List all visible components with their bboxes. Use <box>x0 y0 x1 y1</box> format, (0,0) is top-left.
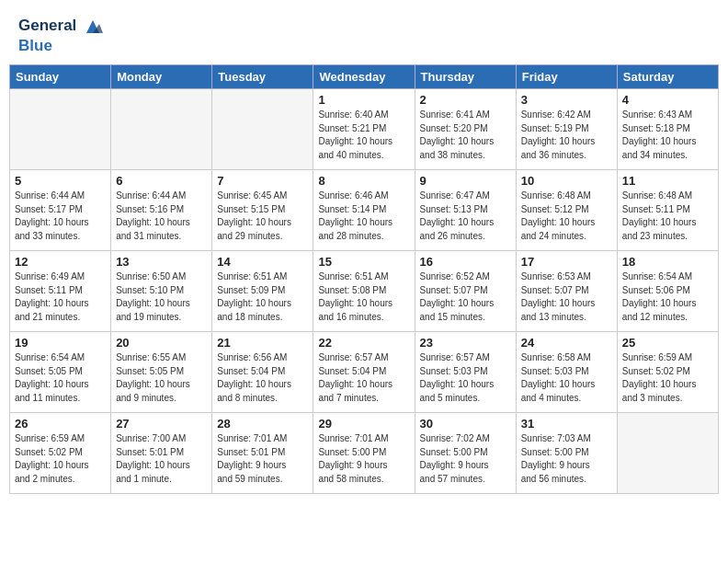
day-info: Sunrise: 6:51 AM Sunset: 5:08 PM Dayligh… <box>318 270 409 324</box>
day-cell: 1Sunrise: 6:40 AM Sunset: 5:21 PM Daylig… <box>313 89 415 170</box>
day-number: 30 <box>420 417 511 431</box>
day-cell: 15Sunrise: 6:51 AM Sunset: 5:08 PM Dayli… <box>313 251 415 332</box>
day-info: Sunrise: 7:03 AM Sunset: 5:00 PM Dayligh… <box>521 432 612 486</box>
day-cell: 28Sunrise: 7:01 AM Sunset: 5:01 PM Dayli… <box>212 413 313 494</box>
day-cell <box>10 89 111 170</box>
weekday-header-friday: Friday <box>516 65 617 89</box>
day-info: Sunrise: 6:57 AM Sunset: 5:03 PM Dayligh… <box>420 351 511 405</box>
day-cell: 17Sunrise: 6:53 AM Sunset: 5:07 PM Dayli… <box>516 251 617 332</box>
day-number: 29 <box>318 417 409 431</box>
day-number: 20 <box>116 336 207 350</box>
day-cell <box>617 413 718 494</box>
day-info: Sunrise: 6:59 AM Sunset: 5:02 PM Dayligh… <box>15 432 106 486</box>
day-number: 13 <box>116 255 207 269</box>
weekday-header-thursday: Thursday <box>415 65 516 89</box>
day-cell: 9Sunrise: 6:47 AM Sunset: 5:13 PM Daylig… <box>415 170 516 251</box>
day-info: Sunrise: 6:44 AM Sunset: 5:17 PM Dayligh… <box>15 190 106 243</box>
day-info: Sunrise: 7:01 AM Sunset: 5:00 PM Dayligh… <box>318 432 409 486</box>
day-number: 24 <box>521 336 612 350</box>
day-cell: 30Sunrise: 7:02 AM Sunset: 5:00 PM Dayli… <box>415 413 516 494</box>
day-number: 23 <box>420 336 511 350</box>
day-number: 11 <box>622 174 713 188</box>
day-info: Sunrise: 6:54 AM Sunset: 5:06 PM Dayligh… <box>622 270 713 324</box>
day-info: Sunrise: 6:52 AM Sunset: 5:07 PM Dayligh… <box>420 270 511 324</box>
day-cell: 13Sunrise: 6:50 AM Sunset: 5:10 PM Dayli… <box>111 251 212 332</box>
logo-icon <box>83 17 103 37</box>
weekday-header-saturday: Saturday <box>617 65 718 89</box>
day-info: Sunrise: 6:48 AM Sunset: 5:12 PM Dayligh… <box>521 190 612 243</box>
day-cell: 31Sunrise: 7:03 AM Sunset: 5:00 PM Dayli… <box>516 413 617 494</box>
day-info: Sunrise: 6:59 AM Sunset: 5:02 PM Dayligh… <box>622 351 713 405</box>
day-cell: 12Sunrise: 6:49 AM Sunset: 5:11 PM Dayli… <box>10 251 111 332</box>
day-number: 4 <box>622 93 713 107</box>
calendar-table: SundayMondayTuesdayWednesdayThursdayFrid… <box>9 64 719 494</box>
day-number: 18 <box>622 255 713 269</box>
day-number: 28 <box>217 417 308 431</box>
weekday-header-wednesday: Wednesday <box>313 65 415 89</box>
day-cell: 5Sunrise: 6:44 AM Sunset: 5:17 PM Daylig… <box>10 170 111 251</box>
day-cell: 25Sunrise: 6:59 AM Sunset: 5:02 PM Dayli… <box>617 332 718 413</box>
day-number: 3 <box>521 93 612 107</box>
day-info: Sunrise: 6:48 AM Sunset: 5:11 PM Dayligh… <box>622 190 713 243</box>
day-info: Sunrise: 6:43 AM Sunset: 5:18 PM Dayligh… <box>622 109 713 162</box>
day-info: Sunrise: 6:45 AM Sunset: 5:15 PM Dayligh… <box>217 190 308 243</box>
day-cell: 11Sunrise: 6:48 AM Sunset: 5:11 PM Dayli… <box>617 170 718 251</box>
day-info: Sunrise: 6:47 AM Sunset: 5:13 PM Dayligh… <box>420 190 511 243</box>
day-number: 5 <box>15 174 106 188</box>
weekday-header-row: SundayMondayTuesdayWednesdayThursdayFrid… <box>10 65 719 89</box>
day-cell: 21Sunrise: 6:56 AM Sunset: 5:04 PM Dayli… <box>212 332 313 413</box>
day-info: Sunrise: 6:55 AM Sunset: 5:05 PM Dayligh… <box>116 351 207 405</box>
week-row-5: 26Sunrise: 6:59 AM Sunset: 5:02 PM Dayli… <box>10 413 719 494</box>
day-cell: 14Sunrise: 6:51 AM Sunset: 5:09 PM Dayli… <box>212 251 313 332</box>
day-number: 22 <box>318 336 409 350</box>
day-cell: 8Sunrise: 6:46 AM Sunset: 5:14 PM Daylig… <box>313 170 415 251</box>
week-row-2: 5Sunrise: 6:44 AM Sunset: 5:17 PM Daylig… <box>10 170 719 251</box>
day-number: 14 <box>217 255 308 269</box>
day-cell: 4Sunrise: 6:43 AM Sunset: 5:18 PM Daylig… <box>617 89 718 170</box>
logo: General Blue <box>18 17 103 55</box>
day-info: Sunrise: 6:56 AM Sunset: 5:04 PM Dayligh… <box>217 351 308 405</box>
weekday-header-tuesday: Tuesday <box>212 65 313 89</box>
day-info: Sunrise: 6:53 AM Sunset: 5:07 PM Dayligh… <box>521 270 612 324</box>
day-info: Sunrise: 6:46 AM Sunset: 5:14 PM Dayligh… <box>318 190 409 243</box>
day-info: Sunrise: 6:42 AM Sunset: 5:19 PM Dayligh… <box>521 109 612 162</box>
day-cell: 23Sunrise: 6:57 AM Sunset: 5:03 PM Dayli… <box>415 332 516 413</box>
day-cell: 6Sunrise: 6:44 AM Sunset: 5:16 PM Daylig… <box>111 170 212 251</box>
day-number: 16 <box>420 255 511 269</box>
weekday-header-monday: Monday <box>111 65 212 89</box>
week-row-1: 1Sunrise: 6:40 AM Sunset: 5:21 PM Daylig… <box>10 89 719 170</box>
day-cell: 22Sunrise: 6:57 AM Sunset: 5:04 PM Dayli… <box>313 332 415 413</box>
day-number: 19 <box>15 336 106 350</box>
day-cell: 26Sunrise: 6:59 AM Sunset: 5:02 PM Dayli… <box>10 413 111 494</box>
day-number: 12 <box>15 255 106 269</box>
logo-general: General <box>18 17 76 34</box>
day-cell: 18Sunrise: 6:54 AM Sunset: 5:06 PM Dayli… <box>617 251 718 332</box>
day-info: Sunrise: 6:57 AM Sunset: 5:04 PM Dayligh… <box>318 351 409 405</box>
day-cell: 27Sunrise: 7:00 AM Sunset: 5:01 PM Dayli… <box>111 413 212 494</box>
day-cell: 20Sunrise: 6:55 AM Sunset: 5:05 PM Dayli… <box>111 332 212 413</box>
day-number: 6 <box>116 174 207 188</box>
day-info: Sunrise: 6:41 AM Sunset: 5:20 PM Dayligh… <box>420 109 511 162</box>
weekday-header-sunday: Sunday <box>10 65 111 89</box>
day-info: Sunrise: 6:54 AM Sunset: 5:05 PM Dayligh… <box>15 351 106 405</box>
day-number: 17 <box>521 255 612 269</box>
day-cell: 10Sunrise: 6:48 AM Sunset: 5:12 PM Dayli… <box>516 170 617 251</box>
page-header: General Blue <box>9 9 719 59</box>
day-info: Sunrise: 6:40 AM Sunset: 5:21 PM Dayligh… <box>318 109 409 162</box>
day-cell <box>111 89 212 170</box>
day-number: 8 <box>318 174 409 188</box>
day-number: 27 <box>116 417 207 431</box>
day-number: 1 <box>318 93 409 107</box>
day-number: 7 <box>217 174 308 188</box>
day-number: 15 <box>318 255 409 269</box>
day-info: Sunrise: 6:49 AM Sunset: 5:11 PM Dayligh… <box>15 270 106 324</box>
day-cell: 16Sunrise: 6:52 AM Sunset: 5:07 PM Dayli… <box>415 251 516 332</box>
day-info: Sunrise: 6:51 AM Sunset: 5:09 PM Dayligh… <box>217 270 308 324</box>
day-cell: 24Sunrise: 6:58 AM Sunset: 5:03 PM Dayli… <box>516 332 617 413</box>
week-row-4: 19Sunrise: 6:54 AM Sunset: 5:05 PM Dayli… <box>10 332 719 413</box>
week-row-3: 12Sunrise: 6:49 AM Sunset: 5:11 PM Dayli… <box>10 251 719 332</box>
day-cell: 3Sunrise: 6:42 AM Sunset: 5:19 PM Daylig… <box>516 89 617 170</box>
day-cell: 2Sunrise: 6:41 AM Sunset: 5:20 PM Daylig… <box>415 89 516 170</box>
day-info: Sunrise: 6:58 AM Sunset: 5:03 PM Dayligh… <box>521 351 612 405</box>
day-info: Sunrise: 6:50 AM Sunset: 5:10 PM Dayligh… <box>116 270 207 324</box>
